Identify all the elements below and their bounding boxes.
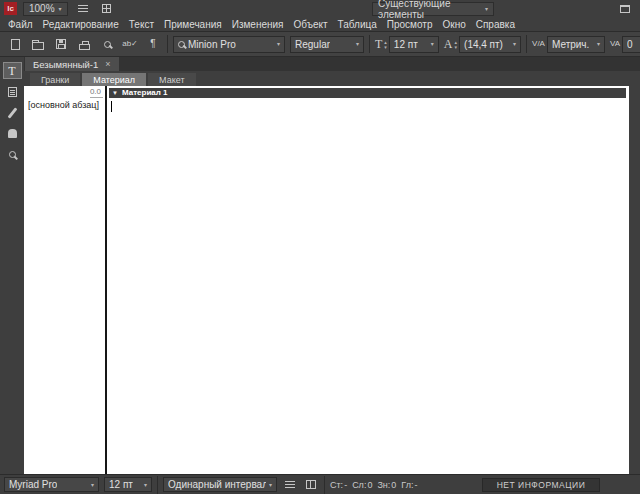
stat-value: 0 (367, 480, 372, 490)
tracking-group: VA 0 ▾ (610, 36, 640, 53)
font-style-select[interactable]: Regular ▾ (290, 36, 364, 53)
zoom-tool[interactable] (3, 146, 22, 163)
step-down-icon: ▾ (384, 45, 387, 49)
type-tool[interactable]: T (3, 62, 22, 79)
story-header[interactable]: ▼ Материал 1 (109, 88, 626, 98)
columns-icon (306, 480, 316, 489)
font-family-select[interactable]: Minion Pro ▾ (173, 36, 285, 53)
chevron-down-icon: ▾ (513, 41, 516, 47)
tab-galley[interactable]: Гранки (30, 73, 80, 86)
collapse-triangle-icon[interactable]: ▼ (112, 90, 118, 96)
pencil-tool[interactable] (3, 104, 22, 121)
stat-label: Гл: (401, 480, 413, 490)
tracking-icon: VA (610, 40, 620, 48)
spellcheck-letters: ab (122, 40, 131, 48)
leading-stepper[interactable]: ▴ ▾ (455, 40, 458, 49)
hand-tool[interactable] (3, 125, 22, 142)
grid-icon (102, 4, 111, 13)
menu-table[interactable]: Таблица (333, 18, 382, 31)
story-title: Материал 1 (122, 89, 168, 97)
menu-object[interactable]: Объект (289, 18, 333, 31)
menu-window[interactable]: Окно (437, 18, 470, 31)
menu-changes[interactable]: Изменения (227, 18, 289, 31)
new-document-icon[interactable] (6, 35, 24, 53)
incopy-app-icon[interactable]: Ic (4, 2, 17, 15)
font-style-value: Regular (295, 39, 330, 50)
font-search-icon (178, 41, 185, 48)
menu-file[interactable]: Файл (3, 18, 38, 31)
story-editor[interactable]: 0.0 [основной абзац] ▼ Материал 1 (24, 86, 629, 474)
kerning-select[interactable]: Метрич. ▾ (547, 36, 605, 53)
document-tab[interactable]: Безымянный-1 × (25, 57, 119, 71)
document-title: Безымянный-1 (33, 59, 98, 70)
save-glyph-icon (56, 39, 66, 49)
note-tool[interactable] (3, 83, 22, 100)
status-font-select[interactable]: Myriad Pro ▾ (4, 477, 99, 492)
kerning-icon: V/A (532, 40, 545, 48)
zoom-select[interactable]: 100% ▾ (23, 2, 68, 16)
show-hidden-characters-icon[interactable]: ¶ (144, 35, 162, 53)
document-glyph-icon (11, 39, 20, 50)
lines-icon (78, 5, 88, 7)
search-icon[interactable] (98, 35, 116, 53)
column-divider (105, 86, 107, 474)
paragraph-style-label: [основной абзац] (28, 100, 99, 110)
chevron-down-icon: ▾ (431, 41, 434, 47)
arrange-documents-icon[interactable] (98, 0, 116, 18)
step-down-icon: ▾ (455, 45, 458, 49)
font-size-value: 12 пт (394, 39, 418, 50)
spellcheck-icon[interactable]: ab✓ (121, 35, 139, 53)
galley-marks-icon[interactable] (282, 477, 298, 492)
leading-select[interactable]: (14,4 пт) ▾ (459, 36, 521, 53)
step-up-icon: ▴ (455, 40, 458, 44)
save-icon[interactable] (52, 35, 70, 53)
pilcrow-icon: ¶ (150, 39, 155, 49)
status-bar: Myriad Pro ▾ 12 пт ▾ Одинарный интервал … (0, 474, 640, 494)
toolbar-separator (526, 35, 527, 53)
chevron-down-icon: ▾ (356, 41, 359, 47)
status-size-select[interactable]: 12 пт ▾ (104, 477, 152, 492)
check-icon: ✓ (131, 40, 138, 48)
folder-glyph-icon (32, 42, 44, 50)
window-icon[interactable] (616, 0, 634, 18)
text-cursor (111, 101, 112, 112)
font-size-select[interactable]: 12 пт ▾ (389, 36, 439, 53)
open-folder-icon[interactable] (29, 35, 47, 53)
app-bar: Ic 100% ▾ Существующие элементы ▾ (0, 0, 640, 17)
tab-layout[interactable]: Макет (148, 73, 195, 86)
pencil-icon (7, 107, 17, 118)
document-tab-bar: Безымянный-1 × (24, 57, 640, 71)
magnifier-glyph-icon (104, 41, 111, 48)
view-options-icon[interactable] (74, 0, 92, 18)
stat-label: Зн: (377, 480, 390, 490)
menu-view[interactable]: Просмотр (382, 18, 438, 31)
chevron-down-icon: ▾ (269, 482, 272, 488)
stat-label: Ст: (330, 480, 343, 490)
info-column-toggle-icon[interactable] (303, 477, 319, 492)
kerning-value: Метрич. (552, 39, 589, 50)
font-size-group: T ▴ ▾ 12 пт ▾ (375, 36, 439, 53)
font-size-stepper[interactable]: ▴ ▾ (384, 40, 387, 49)
type-tool-icon: T (8, 65, 15, 77)
kerning-group: V/A Метрич. ▾ (532, 36, 605, 53)
view-tab-bar: Гранки Материал Макет (24, 71, 640, 86)
print-icon[interactable] (75, 35, 93, 53)
printer-glyph-icon (79, 44, 90, 50)
menu-help[interactable]: Справка (471, 18, 520, 31)
chevron-down-icon: ▾ (59, 6, 62, 12)
menu-notes[interactable]: Примечания (159, 18, 227, 31)
menu-type[interactable]: Текст (124, 18, 159, 31)
workspace-switcher[interactable]: Существующие элементы ▾ (372, 2, 494, 16)
close-icon[interactable]: × (105, 59, 110, 69)
tab-story[interactable]: Материал (82, 73, 146, 86)
menu-edit[interactable]: Редактирование (38, 18, 124, 31)
hand-icon (8, 129, 17, 138)
tracking-select[interactable]: 0 ▾ (622, 36, 640, 53)
font-size-icon: T (375, 38, 382, 50)
toolbar-separator (167, 35, 168, 53)
stat-words: Сл:0 (352, 480, 372, 490)
chevron-down-icon: ▾ (277, 41, 280, 47)
line-spacing-select[interactable]: Одинарный интервал ▾ (163, 477, 277, 492)
stat-value: 0 (391, 480, 396, 490)
status-size-value: 12 пт (109, 479, 133, 490)
